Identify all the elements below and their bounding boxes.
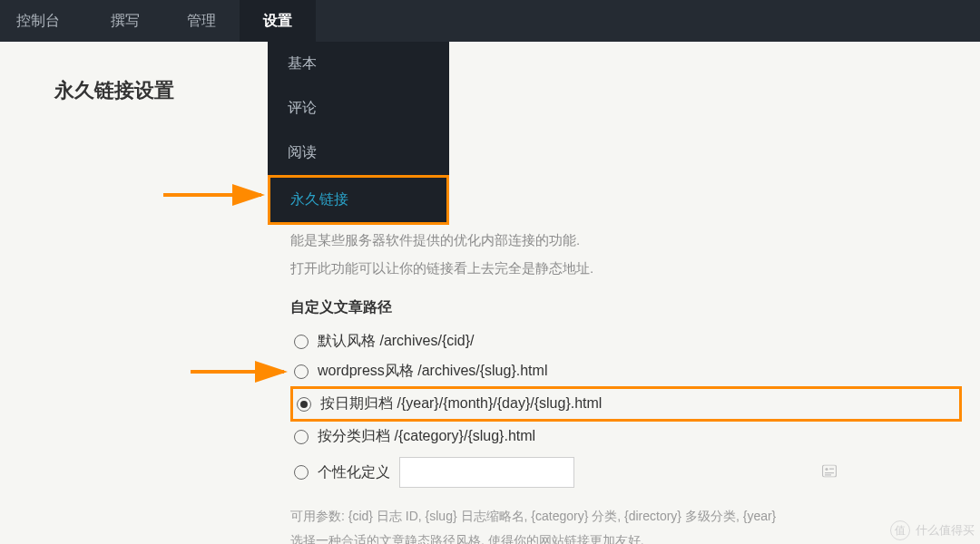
path-style-radio-group: 默认风格 /archives/{cid}/ wordpress风格 /archi… [290,326,962,493]
radio-row-wordpress[interactable]: wordpress风格 /archives/{slug}.html [290,356,962,386]
top-nav: 控制台 撰写 管理 设置 [0,0,980,42]
submenu-item-comments[interactable]: 评论 [268,86,449,131]
section-heading-custom-path: 自定义文章路径 [290,298,962,317]
watermark: 值 什么值得买 [890,520,975,540]
svg-point-1 [825,468,828,471]
radio-icon [294,335,309,349]
radio-icon [294,430,309,444]
watermark-text: 什么值得买 [916,522,975,539]
settings-submenu: 基本 评论 阅读 永久链接 [268,42,449,225]
radio-label: 个性化定义 [318,463,390,482]
radio-row-by-date[interactable]: 按日期归档 /{year}/{month}/{day}/{slug}.html [290,386,962,422]
help-text: 可用参数: {cid} 日志 ID, {slug} 日志缩略名, {catego… [290,504,962,544]
rewrite-desc-2: 打开此功能可以让你的链接看上去完全是静态地址. [290,256,962,280]
section-heading-rewrite: 能 [408,149,962,168]
input-card-icon [822,465,837,481]
svg-rect-2 [829,469,834,470]
radio-label: 按分类归档 /{category}/{slug}.html [318,427,535,446]
rewrite-desc-1: 能是某些服务器软件提供的优化内部连接的功能. [290,228,962,252]
svg-rect-4 [825,474,831,475]
radio-label: 默认风格 /archives/{cid}/ [318,332,475,351]
radio-icon-checked [297,397,311,412]
radio-row-by-category[interactable]: 按分类归档 /{category}/{slug}.html [290,422,962,452]
submenu-item-reading[interactable]: 阅读 [268,131,449,175]
annotation-arrow-2 [191,358,295,385]
radio-label: 按日期归档 /{year}/{month}/{day}/{slug}.html [320,394,602,413]
radio-icon [294,364,309,379]
watermark-logo-icon: 值 [890,520,910,540]
radio-icon [294,465,309,480]
nav-item-manage[interactable]: 管理 [163,0,240,42]
svg-rect-3 [825,472,834,473]
submenu-item-permalink[interactable]: 永久链接 [268,175,449,225]
help-line-1: 可用参数: {cid} 日志 ID, {slug} 日志缩略名, {catego… [290,504,962,529]
radio-row-default[interactable]: 默认风格 /archives/{cid}/ [290,326,962,356]
nav-item-console[interactable]: 控制台 [0,0,87,42]
radio-row-custom[interactable]: 个性化定义 [290,452,962,493]
custom-path-input[interactable] [399,457,574,488]
radio-label: wordpress风格 /archives/{slug}.html [318,362,547,381]
help-line-2: 选择一种合适的文章静态路径风格, 使得你的网站链接更加友好. [290,529,962,544]
nav-item-settings[interactable]: 设置 [240,0,316,42]
nav-item-write[interactable]: 撰写 [87,0,163,42]
submenu-item-basic[interactable]: 基本 [268,42,449,86]
annotation-arrow-1 [163,181,272,209]
page-title: 永久链接设置 [54,77,174,104]
